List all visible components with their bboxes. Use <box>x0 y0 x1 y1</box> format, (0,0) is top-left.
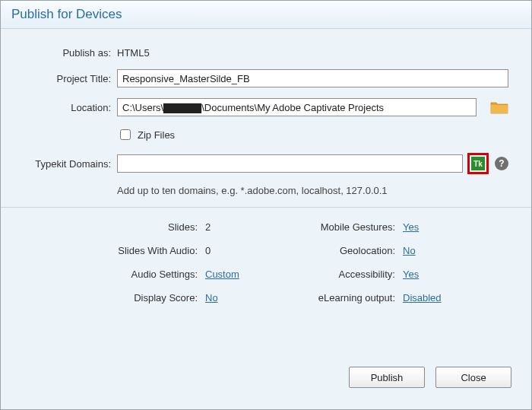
info-label: Audio Settings: <box>68 269 205 280</box>
info-label: Display Score: <box>68 292 205 304</box>
audio-settings-link[interactable]: Custom <box>205 269 266 280</box>
info-col-left: Slides: 2 Slides With Audio: 0 Audio Set… <box>68 221 266 304</box>
info-row: Accessibility: Yes <box>266 269 464 280</box>
info-row: Mobile Gestures: Yes <box>266 221 464 233</box>
info-row: Slides: 2 <box>68 221 266 233</box>
mobile-gestures-link[interactable]: Yes <box>403 221 464 233</box>
publish-as-label: Publish as: <box>24 47 117 59</box>
section-divider <box>1 207 531 208</box>
info-row: Geolocation: No <box>266 245 464 256</box>
row-project-title: Project Title: <box>24 69 508 87</box>
info-value: 0 <box>205 245 266 256</box>
display-score-link[interactable]: No <box>205 292 266 304</box>
zip-files-label: Zip Files <box>138 129 175 141</box>
close-button[interactable]: Close <box>435 367 511 388</box>
info-row: Audio Settings: Custom <box>68 269 266 280</box>
info-label: Slides: <box>68 221 205 233</box>
typekit-highlight: Tk <box>467 153 489 174</box>
project-title-input[interactable] <box>117 69 508 87</box>
publish-button[interactable]: Publish <box>349 367 425 388</box>
elearning-output-link[interactable]: Disabled <box>403 292 464 304</box>
info-row: Display Score: No <box>68 292 266 304</box>
publish-as-value: HTML5 <box>117 47 150 59</box>
info-label: Accessibility: <box>266 269 403 280</box>
typekit-icon[interactable]: Tk <box>471 157 485 170</box>
geolocation-link[interactable]: No <box>403 245 464 256</box>
typekit-hint: Add up to ten domains, e.g. *.adobe.com,… <box>117 185 508 196</box>
row-publish-as: Publish as: HTML5 <box>24 47 508 59</box>
info-value: 2 <box>205 221 266 233</box>
dialog-title: Publish for Devices <box>1 1 531 29</box>
row-typekit: Typekit Domains: Tk ? <box>24 153 508 174</box>
help-icon[interactable]: ? <box>495 157 508 170</box>
zip-files-checkbox[interactable] <box>120 129 131 140</box>
location-input[interactable] <box>117 98 477 116</box>
info-label: Slides With Audio: <box>68 245 205 256</box>
dialog-footer: Publish Close <box>349 367 531 409</box>
info-label: eLearning output: <box>266 292 403 304</box>
project-title-label: Project Title: <box>24 73 117 84</box>
info-table: Slides: 2 Slides With Audio: 0 Audio Set… <box>24 221 508 304</box>
info-label: Geolocation: <box>266 245 403 256</box>
location-label: Location: <box>24 102 117 113</box>
row-location: Location: <box>24 98 508 116</box>
row-zip: Zip Files <box>24 127 508 142</box>
dialog-body: Publish as: HTML5 Project Title: Locatio… <box>1 29 531 304</box>
typekit-label: Typekit Domains: <box>24 158 117 170</box>
browse-folder-icon[interactable] <box>490 100 508 114</box>
info-label: Mobile Gestures: <box>266 221 403 233</box>
publish-dialog: Publish for Devices Publish as: HTML5 Pr… <box>0 0 532 410</box>
zip-files-checkbox-wrap[interactable]: Zip Files <box>117 127 175 142</box>
info-row: Slides With Audio: 0 <box>68 245 266 256</box>
info-row: eLearning output: Disabled <box>266 292 464 304</box>
info-col-right: Mobile Gestures: Yes Geolocation: No Acc… <box>266 221 464 304</box>
typekit-domains-input[interactable] <box>117 154 463 173</box>
accessibility-link[interactable]: Yes <box>403 269 464 280</box>
